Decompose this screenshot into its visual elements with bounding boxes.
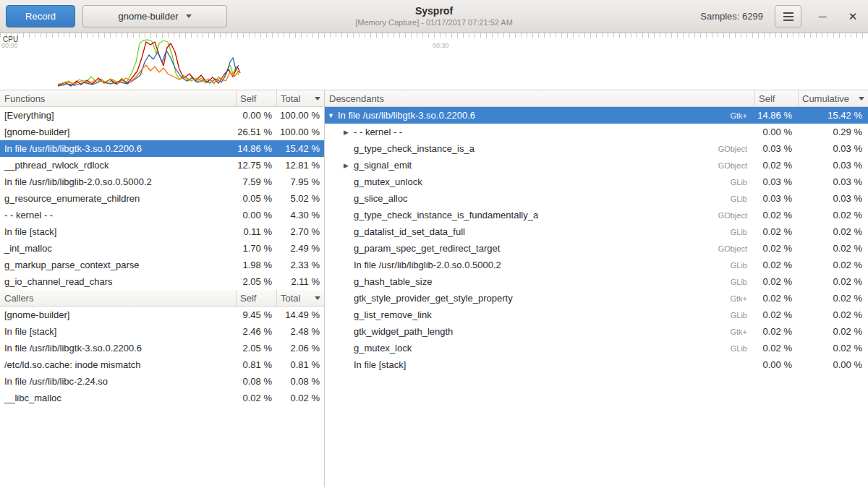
function-name: g_datalist_id_set_data_full	[354, 226, 465, 237]
table-row[interactable]: /etc/ld.so.cache: inode mismatch0.81 %0.…	[0, 356, 324, 373]
table-row[interactable]: gtk_style_provider_get_style_propertyGtk…	[325, 290, 868, 307]
table-row[interactable]: In file [stack]0.11 %2.70 %	[0, 223, 324, 240]
table-row[interactable]: __libc_malloc0.02 %0.02 %	[0, 390, 324, 406]
caller-name: In file /usr/lib/libgtk-3.so.0.2200.6	[0, 343, 236, 354]
self-value: 0.02 %	[754, 226, 798, 237]
cumulative-value: 0.02 %	[798, 243, 868, 254]
self-value: 0.02 %	[754, 343, 798, 354]
total-value: 15.42 %	[276, 143, 324, 154]
cumulative-value: 0.03 %	[798, 160, 868, 171]
table-row-selected[interactable]: ▼In file /usr/lib/libgtk-3.so.0.2200.6Gt…	[325, 107, 868, 124]
table-row[interactable]: ▶- - kernel - -0.00 %0.29 %	[325, 124, 868, 140]
total-value: 4.30 %	[276, 210, 324, 221]
library-tag: GObject	[718, 211, 754, 220]
close-button[interactable]: ✕	[843, 10, 862, 23]
descendants-table-header: Descendants Self Cumulative	[325, 90, 868, 107]
cpu-graph	[0, 33, 868, 90]
self-value: 2.05 %	[236, 276, 276, 287]
library-tag: GLib	[731, 344, 754, 353]
functions-total-column-header[interactable]: Total	[276, 90, 324, 106]
total-value: 5.02 %	[276, 193, 324, 204]
table-row[interactable]: In file [stack]0.00 %0.00 %	[325, 356, 868, 373]
table-row[interactable]: In file /usr/lib/libgtk-3.so.0.2200.62.0…	[0, 340, 324, 356]
table-row[interactable]: g_resource_enumerate_children0.05 %5.02 …	[0, 190, 324, 207]
caller-name: /etc/ld.so.cache: inode mismatch	[0, 359, 236, 370]
function-name: g_param_spec_get_redirect_target	[354, 243, 500, 254]
table-row[interactable]: g_type_check_instance_is_aGObject0.03 %0…	[325, 140, 868, 157]
total-value: 100.00 %	[276, 127, 324, 137]
total-value: 12.81 %	[276, 160, 324, 171]
table-row[interactable]: g_hash_table_sizeGLib0.02 %0.02 %	[325, 273, 868, 290]
functions-column-header[interactable]: Functions	[0, 93, 236, 104]
total-value: 7.95 %	[276, 176, 324, 187]
cumulative-value: 0.02 %	[798, 210, 868, 221]
table-row[interactable]: [Everything]0.00 %100.00 %	[0, 107, 324, 124]
table-row[interactable]: In file /usr/lib/libc-2.24.so0.08 %0.08 …	[0, 373, 324, 390]
table-row[interactable]: _int_malloc1.70 %2.49 %	[0, 240, 324, 257]
function-name: g_markup_parse_context_parse	[0, 260, 236, 270]
functions-self-column-header[interactable]: Self	[236, 90, 276, 106]
window-title-area: Sysprof [Memory Capture] - 01/17/2017 07…	[355, 5, 513, 27]
library-tag: GObject	[718, 161, 754, 170]
callers-total-column-header[interactable]: Total	[276, 290, 324, 306]
table-row[interactable]: g_type_check_instance_is_fundamentally_a…	[325, 207, 868, 223]
library-tag: Gtk+	[730, 111, 754, 120]
self-value: 1.98 %	[236, 260, 276, 270]
sort-indicator-icon	[315, 296, 320, 300]
table-row[interactable]: [gnome-builder]9.45 %14.49 %	[0, 307, 324, 323]
self-value: 7.59 %	[236, 176, 276, 187]
function-name: _int_malloc	[0, 243, 236, 254]
menu-button[interactable]	[775, 5, 801, 27]
descendants-self-column-header[interactable]: Self	[754, 90, 798, 106]
table-row[interactable]: ▶g_signal_emitGObject0.02 %0.03 %	[325, 157, 868, 174]
function-name: [Everything]	[0, 110, 236, 121]
callers-column-header[interactable]: Callers	[0, 293, 236, 304]
table-row[interactable]: g_mutex_unlockGLib0.03 %0.03 %	[325, 174, 868, 190]
expander-icon[interactable]: ▶	[344, 162, 354, 169]
cumulative-value: 0.03 %	[798, 176, 868, 187]
self-value: 14.86 %	[236, 143, 276, 154]
table-row-selected[interactable]: In file /usr/lib/libgtk-3.so.0.2200.614.…	[0, 140, 324, 157]
cpu-timeline[interactable]: CPU 00:00 00:30	[0, 33, 868, 90]
expander-icon[interactable]: ▶	[344, 129, 354, 136]
table-row[interactable]: g_datalist_id_set_data_fullGLib0.02 %0.0…	[325, 223, 868, 240]
table-row[interactable]: [gnome-builder]26.51 %100.00 %	[0, 124, 324, 140]
self-value: 0.02 %	[754, 293, 798, 304]
table-row[interactable]: - - kernel - -0.00 %4.30 %	[0, 207, 324, 223]
function-name: gtk_style_provider_get_style_property	[354, 293, 513, 304]
cumulative-value: 0.02 %	[798, 343, 868, 354]
table-row[interactable]: gtk_widget_path_lengthGtk+0.02 %0.02 %	[325, 323, 868, 340]
callers-table-header: Callers Self Total	[0, 290, 324, 307]
function-name: g_mutex_lock	[354, 343, 412, 354]
table-row[interactable]: g_slice_allocGLib0.03 %0.03 %	[325, 190, 868, 207]
table-row[interactable]: g_mutex_lockGLib0.02 %0.02 %	[325, 340, 868, 356]
table-row[interactable]: In file /usr/lib/libglib-2.0.so.0.5000.2…	[325, 257, 868, 273]
descendants-column-header[interactable]: Descendants	[325, 93, 754, 104]
record-button[interactable]: Record	[6, 5, 75, 27]
table-row[interactable]: __pthread_rwlock_rdlock12.75 %12.81 %	[0, 157, 324, 174]
descendants-cumulative-column-header[interactable]: Cumulative	[798, 90, 868, 106]
callers-self-column-header[interactable]: Self	[236, 290, 276, 306]
cumulative-value: 0.02 %	[798, 260, 868, 270]
minimize-button[interactable]: ─	[813, 10, 832, 22]
table-row[interactable]: In file [stack]2.46 %2.48 %	[0, 323, 324, 340]
self-value: 0.02 %	[754, 276, 798, 287]
table-row[interactable]: g_markup_parse_context_parse1.98 %2.33 %	[0, 257, 324, 273]
cumulative-value: 15.42 %	[798, 110, 868, 121]
table-row[interactable]: In file /usr/lib/libglib-2.0.so.0.5000.2…	[0, 174, 324, 190]
self-value: 0.02 %	[754, 210, 798, 221]
target-selector-dropdown[interactable]: gnome-builder	[82, 5, 227, 27]
self-value: 0.00 %	[754, 359, 798, 370]
function-name: g_mutex_unlock	[354, 176, 422, 187]
function-name: gtk_widget_path_length	[354, 326, 453, 337]
self-value: 0.02 %	[754, 243, 798, 254]
library-tag: Gtk+	[730, 294, 754, 303]
table-row[interactable]: g_param_spec_get_redirect_targetGObject0…	[325, 240, 868, 257]
table-row[interactable]: g_list_remove_linkGLib0.02 %0.02 %	[325, 307, 868, 323]
function-name: g_signal_emit	[354, 160, 412, 171]
total-value: 0.08 %	[276, 376, 324, 387]
table-row[interactable]: g_io_channel_read_chars2.05 %2.11 %	[0, 273, 324, 290]
expander-icon[interactable]: ▼	[328, 112, 338, 119]
self-value: 0.02 %	[754, 326, 798, 337]
library-tag: Gtk+	[730, 328, 754, 336]
